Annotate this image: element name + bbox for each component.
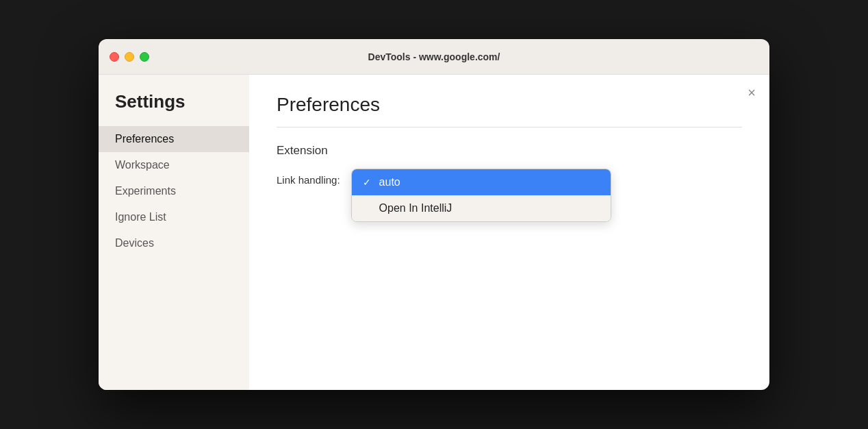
link-handling-row: Link handling: ✓ auto Open In IntelliJ [277,169,742,186]
sidebar-item-experiments[interactable]: Experiments [99,178,249,204]
dropdown-menu: ✓ auto Open In IntelliJ [351,169,611,222]
field-label: Link handling: [277,169,340,186]
option-intellij-label: Open In IntelliJ [379,202,452,214]
traffic-lights [110,52,149,62]
close-settings-button[interactable]: × [748,86,756,99]
sidebar-item-devices[interactable]: Devices [99,230,249,256]
maximize-button-traffic[interactable] [140,52,149,62]
checkmark-icon: ✓ [363,177,371,188]
window-title: DevTools - www.google.com/ [368,51,500,62]
window-body: Settings Preferences Workspace Experimen… [99,75,769,390]
dropdown-option-intellij[interactable]: Open In IntelliJ [352,195,611,221]
sidebar: Settings Preferences Workspace Experimen… [99,75,249,390]
option-auto-label: auto [379,176,400,188]
sidebar-heading: Settings [99,91,249,112]
sidebar-item-ignore-list[interactable]: Ignore List [99,204,249,230]
section-divider [277,127,742,127]
main-content: × Preferences Extension Link handling: ✓… [249,75,769,390]
page-title: Preferences [277,94,742,116]
sidebar-item-workspace[interactable]: Workspace [99,152,249,178]
minimize-button-traffic[interactable] [125,52,134,62]
subsection-title: Extension [277,144,742,158]
sidebar-item-preferences[interactable]: Preferences [99,126,249,152]
devtools-window: DevTools - www.google.com/ Settings Pref… [99,39,769,390]
close-button-traffic[interactable] [110,52,119,62]
title-bar: DevTools - www.google.com/ [99,39,769,75]
dropdown-option-auto[interactable]: ✓ auto [352,169,611,195]
